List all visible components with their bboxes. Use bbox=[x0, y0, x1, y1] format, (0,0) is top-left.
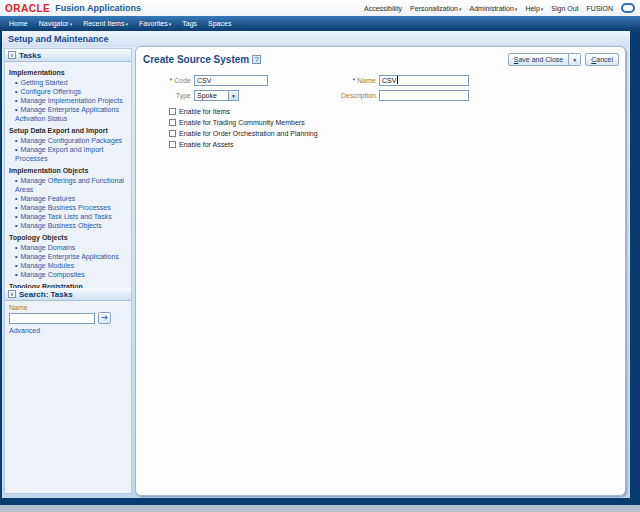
task-section-header: Implementations bbox=[9, 69, 129, 76]
task-link-manage-enterprise-applications-activation-status[interactable]: Manage Enterprise Applications Activatio… bbox=[15, 106, 119, 122]
collapse-icon[interactable]: ∨ bbox=[8, 290, 16, 298]
tasks-panel-title: Tasks bbox=[19, 51, 41, 60]
checkbox-label: Enable for Items bbox=[179, 108, 230, 115]
nav-item-spaces[interactable]: Spaces bbox=[208, 20, 231, 27]
list-item: Manage Task Lists and Tasks bbox=[15, 212, 129, 221]
list-item: Manage Features bbox=[15, 194, 129, 203]
save-and-close-button[interactable]: Save and Close bbox=[508, 53, 569, 66]
description-label: Description bbox=[341, 92, 376, 99]
checkbox-row[interactable]: Enable for Order Orchestration and Plann… bbox=[169, 129, 625, 138]
task-link-manage-modules[interactable]: Manage Modules bbox=[20, 262, 74, 269]
checkbox-label: Enable for Assets bbox=[179, 141, 233, 148]
panel-head-row: Create Source System ? Save and Close ▼ … bbox=[136, 47, 625, 68]
name-field[interactable]: CSV bbox=[379, 75, 469, 86]
chevron-down-icon: ▾ bbox=[70, 21, 73, 27]
task-link-configure-offerings[interactable]: Configure Offerings bbox=[20, 88, 81, 95]
search-input[interactable] bbox=[9, 313, 95, 324]
toolbar: Save and Close ▼ Cancel bbox=[508, 53, 619, 66]
task-link-manage-task-lists-and-tasks[interactable]: Manage Task Lists and Tasks bbox=[20, 213, 111, 220]
nav-item-recent-items[interactable]: Recent Items▾ bbox=[83, 20, 128, 27]
checkbox-enable-for-order-orchestration-and-planning[interactable] bbox=[169, 130, 176, 137]
code-label: Code bbox=[174, 77, 191, 84]
code-field[interactable]: CSV bbox=[194, 75, 268, 86]
save-dropdown-button[interactable]: ▼ bbox=[569, 53, 581, 66]
task-link-getting-started[interactable]: Getting Started bbox=[20, 79, 67, 86]
nav-item-navigator[interactable]: Navigator▾ bbox=[39, 20, 72, 27]
task-link-manage-business-processes[interactable]: Manage Business Processes bbox=[20, 204, 110, 211]
go-button[interactable]: ➔ bbox=[98, 312, 111, 324]
collapse-icon[interactable]: ∨ bbox=[8, 51, 16, 59]
tasks-panel-header[interactable]: ∨ Tasks bbox=[5, 49, 131, 62]
list-item: Manage Enterprise Applications bbox=[15, 252, 129, 261]
task-link-manage-features[interactable]: Manage Features bbox=[20, 195, 75, 202]
task-link-manage-business-objects[interactable]: Manage Business Objects bbox=[20, 222, 101, 229]
header-link-administration[interactable]: Administration▾ bbox=[470, 5, 518, 12]
sidebar: ∨ Tasks ImplementationsGetting StartedCo… bbox=[4, 48, 132, 494]
chevron-down-icon: ▾ bbox=[459, 6, 462, 12]
task-list: Manage Configuration PackagesManage Expo… bbox=[15, 136, 129, 163]
task-list: Getting StartedConfigure OfferingsManage… bbox=[15, 78, 129, 123]
nav-item-home[interactable]: Home bbox=[9, 20, 28, 27]
oracle-o-icon bbox=[621, 3, 635, 13]
cancel-button[interactable]: Cancel bbox=[585, 53, 619, 66]
list-item: Manage Composites bbox=[15, 270, 129, 279]
task-link-manage-configuration-packages[interactable]: Manage Configuration Packages bbox=[20, 137, 122, 144]
task-list: Manage Offerings and Functional AreasMan… bbox=[15, 176, 129, 230]
task-link-manage-composites[interactable]: Manage Composites bbox=[20, 271, 84, 278]
header-link-sign-out[interactable]: Sign Out bbox=[551, 5, 578, 12]
list-item: Manage Offerings and Functional Areas bbox=[15, 176, 129, 194]
checkbox-enable-for-assets[interactable] bbox=[169, 141, 176, 148]
task-section-header: Implementation Objects bbox=[9, 167, 129, 174]
checkbox-row[interactable]: Enable for Assets bbox=[169, 140, 625, 149]
header-link-help[interactable]: Help▾ bbox=[525, 5, 543, 12]
checkbox-enable-for-items[interactable] bbox=[169, 108, 176, 115]
chevron-down-icon[interactable]: ▼ bbox=[228, 90, 239, 101]
header-links: AccessibilityPersonalization▾Administrat… bbox=[364, 3, 635, 13]
description-field[interactable] bbox=[379, 90, 469, 101]
type-label: Type bbox=[176, 92, 191, 99]
page-title: Create Source System bbox=[143, 54, 249, 65]
task-section-header: Topology Objects bbox=[9, 234, 129, 241]
chevron-down-icon: ▾ bbox=[541, 6, 544, 12]
brand-group: ORACLE Fusion Applications bbox=[5, 3, 141, 14]
advanced-search-link[interactable]: Advanced bbox=[9, 327, 127, 334]
task-link-manage-enterprise-applications[interactable]: Manage Enterprise Applications bbox=[20, 253, 118, 260]
search-panel-title: Search: Tasks bbox=[19, 290, 73, 299]
search-name-label: Name bbox=[9, 304, 127, 311]
task-link-manage-offerings-and-functional-areas[interactable]: Manage Offerings and Functional Areas bbox=[15, 177, 124, 193]
checkbox-label: Enable for Trading Community Members bbox=[179, 119, 305, 126]
type-select[interactable]: Spoke ▼ bbox=[194, 90, 239, 101]
search-panel-body: Name ➔ Advanced bbox=[5, 301, 131, 337]
chevron-down-icon: ▾ bbox=[515, 6, 518, 12]
application-window: ORACLE Fusion Applications Accessibility… bbox=[0, 0, 640, 512]
name-label: Name bbox=[357, 77, 376, 84]
list-item: Manage Export and Import Processes bbox=[15, 145, 129, 163]
task-link-manage-implementation-projects[interactable]: Manage Implementation Projects bbox=[20, 97, 122, 104]
nav-item-favorites[interactable]: Favorites▾ bbox=[139, 20, 171, 27]
nav-item-tags[interactable]: Tags bbox=[182, 20, 197, 27]
header-link-personalization[interactable]: Personalization▾ bbox=[410, 5, 461, 12]
list-item: Manage Business Processes bbox=[15, 203, 129, 212]
checkbox-list: Enable for ItemsEnable for Trading Commu… bbox=[169, 107, 625, 149]
header-link-accessibility[interactable]: Accessibility bbox=[364, 5, 402, 12]
checkbox-row[interactable]: Enable for Trading Community Members bbox=[169, 118, 625, 127]
text-cursor bbox=[397, 76, 398, 84]
required-marker: * bbox=[170, 77, 173, 84]
search-panel-header[interactable]: ∨ Search: Tasks bbox=[5, 288, 131, 301]
chevron-down-icon: ▾ bbox=[125, 21, 128, 27]
help-icon[interactable]: ? bbox=[252, 55, 261, 64]
task-link-manage-export-and-import-processes[interactable]: Manage Export and Import Processes bbox=[15, 146, 103, 162]
list-item: Manage Configuration Packages bbox=[15, 136, 129, 145]
main-panel: Create Source System ? Save and Close ▼ … bbox=[135, 46, 626, 496]
task-link-manage-domains[interactable]: Manage Domains bbox=[20, 244, 75, 251]
checkbox-row[interactable]: Enable for Items bbox=[169, 107, 625, 116]
chevron-down-icon: ▾ bbox=[169, 21, 172, 27]
required-marker: * bbox=[353, 77, 356, 84]
header-link-fusion: FUSION bbox=[587, 5, 613, 12]
task-list: Manage DomainsManage Enterprise Applicat… bbox=[15, 243, 129, 279]
list-item: Manage Implementation Projects bbox=[15, 96, 129, 105]
checkbox-label: Enable for Order Orchestration and Plann… bbox=[179, 130, 318, 137]
checkbox-enable-for-trading-community-members[interactable] bbox=[169, 119, 176, 126]
list-item: Configure Offerings bbox=[15, 87, 129, 96]
list-item: Getting Started bbox=[15, 78, 129, 87]
